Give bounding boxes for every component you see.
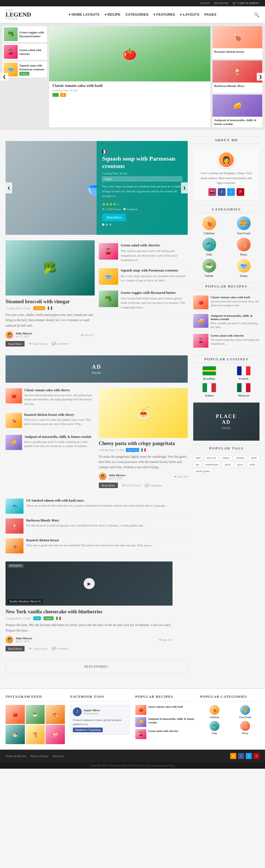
play-button[interactable]: ▶ <box>84 578 95 589</box>
category-fastfood[interactable]: 🍔 Fast Food <box>228 216 260 235</box>
search-icon[interactable]: 🔍 <box>254 12 260 18</box>
category-salads[interactable]: 🥗 Salads <box>193 259 225 277</box>
footer-tw-icon[interactable]: t <box>246 753 252 759</box>
nav-pages[interactable]: PAGES <box>204 13 216 17</box>
facebook-icon[interactable]: f <box>218 188 226 196</box>
footer-recipe-3[interactable]: 🍒 Green salad with cherries <box>135 729 195 739</box>
nav-home-layouts[interactable]: ▾ HOME LAYOUTS <box>69 13 100 17</box>
carousel-tall-card-1[interactable]: 🍗 Roasted chicken breast <box>212 26 262 59</box>
side-article-3[interactable]: 🥦 Green veggies with flavoured butter Th… <box>99 288 188 313</box>
category-chicken[interactable]: 🍗 Chichen <box>193 216 225 235</box>
small-article-3[interactable]: 🧀 Antipasti of mozzarella, chilli, & lem… <box>5 435 95 450</box>
video-read-more[interactable]: Read More <box>5 646 25 651</box>
cart-status[interactable]: 🛒 CART IS EMPTY <box>232 1 260 5</box>
cheesy-read-more[interactable]: Read More <box>99 483 118 488</box>
footer-pt-icon[interactable]: P <box>254 753 260 759</box>
carousel-tall-card-3[interactable]: 🧀 Antipasti of mozzarella, chilli, & lem… <box>212 95 262 127</box>
main-article-read-more[interactable]: Read More <box>5 341 25 346</box>
footer-privacy[interactable]: Privacy Policy <box>30 754 48 757</box>
twitter-icon[interactable]: t <box>227 188 235 196</box>
tag-quick[interactable]: quick <box>222 462 233 467</box>
popular-recipe-2[interactable]: 🧀 Antipasti of mozzarella, chilli, & lem… <box>193 312 260 332</box>
cheesy-comment[interactable]: 💬 Comment <box>145 484 161 487</box>
insta-item-6[interactable]: 🍰 <box>46 725 65 744</box>
category-soups[interactable]: 🥣 Soups <box>228 259 260 277</box>
tag-bar[interactable]: bar <box>193 462 202 467</box>
tag-cheese[interactable]: cheese <box>220 455 232 461</box>
ad-main-text: AD <box>11 364 182 370</box>
footer-cat-grid: 🍗 Chicken 🍔 Fast Food 🐟 Fish 🍕 Pizza <box>200 705 260 735</box>
carousel-tall-card-2[interactable]: 🍹 Barbecoa Bloody Mary <box>212 60 262 93</box>
insta-item-2[interactable]: 🥗 <box>26 705 45 724</box>
popular-recipe-3[interactable]: 🍒 Green salad with cherries This salad r… <box>193 332 260 350</box>
footer-terms[interactable]: Terms of Service <box>5 754 26 757</box>
carousel-next-button[interactable]: ❯ <box>257 73 264 81</box>
right-article-1[interactable]: 🐟 GF Smoked salmon rolls with basil sauc… <box>5 496 188 516</box>
cheesy-like-button[interactable]: ♥ Like 319 <box>174 475 188 478</box>
footer-rss-icon[interactable]: R <box>230 753 236 759</box>
tag-broccoli[interactable]: broccoli <box>204 455 218 461</box>
popular-recipe-1[interactable]: 🍅 Classic tomato salsa with basil An old… <box>193 293 260 312</box>
right-article-3[interactable]: 🍗 Roasted chicken breast Why save a good… <box>5 536 188 556</box>
tag-spicy[interactable]: spicy <box>235 462 246 467</box>
footer-about[interactable]: About Us <box>52 754 64 757</box>
like-button[interactable]: ♥ Like 277 <box>81 333 95 337</box>
footer-recipe-2[interactable]: 🧀 Antipasti of mozzarella, chilli, & lem… <box>135 717 195 727</box>
right-article-2[interactable]: 🍹 Barbecoa Bloody Mary Fry the bacon in … <box>5 516 188 536</box>
tag-sushi[interactable]: sushi <box>247 462 258 467</box>
nav-recipe[interactable]: ▾ RECIPE <box>105 13 121 17</box>
carousel-small-card-1[interactable]: 🥦 Green veggies with flavoured butter <box>3 26 47 42</box>
tag-mushrooms[interactable]: mushrooms <box>203 462 221 467</box>
carousel-small-card-3[interactable]: 🥣 Squash soup with Parmesan croutons Sal… <box>3 62 47 78</box>
category-fish[interactable]: 🐟 Fish <box>193 238 225 256</box>
nav-categories[interactable]: CATEGORIES <box>126 13 148 17</box>
next-entries-button[interactable]: NEXT ENTRIES › <box>5 660 188 673</box>
cuisine-flag-french <box>237 366 251 375</box>
carousel-prev-button[interactable]: ❮ <box>1 73 8 81</box>
nav-features[interactable]: ▾ FEATURES <box>153 13 175 17</box>
featured-read-more-button[interactable]: Read More <box>102 214 126 221</box>
footer-cat-fish[interactable]: 🐟 Fish <box>200 721 229 735</box>
footer-recipe-title-3: Green salad with cherries <box>148 729 178 739</box>
login-link[interactable]: LOGIN <box>200 1 209 5</box>
cuisine-brazilian[interactable]: Brazilian <box>193 366 225 380</box>
category-pizza[interactable]: 🍕 Pizza <box>228 238 260 256</box>
logo[interactable]: THE LEGEND THEME <box>5 9 31 20</box>
footer-recipe-1[interactable]: 🍅 classic tomato salsa with basil <box>135 705 195 715</box>
video-like-button[interactable]: ♥ Like 119 <box>159 638 173 642</box>
footer-fb-icon[interactable]: f <box>238 753 244 759</box>
featured-dot-1[interactable] <box>102 223 104 226</box>
video-comment[interactable]: 💬 Comment <box>52 647 68 650</box>
register-link[interactable]: REGISTER <box>214 1 229 5</box>
tag-beef[interactable]: beef <box>193 455 203 461</box>
instagram-icon[interactable]: 📷 <box>208 188 216 196</box>
tag-chicken[interactable]: chicken <box>234 455 247 461</box>
pinterest-icon[interactable]: P <box>237 188 244 196</box>
featured-next-button[interactable]: ❯ <box>181 182 188 193</box>
cuisine-italian[interactable]: Italian <box>193 383 225 397</box>
tag-mints[interactable]: mints <box>248 455 260 461</box>
footer-cat-chicken[interactable]: 🍗 Chicken <box>200 705 229 719</box>
insta-item-1[interactable]: 🍅 <box>5 705 25 724</box>
insta-item-3[interactable]: 🍖 <box>46 705 65 724</box>
main-article-comment[interactable]: 💬 Comment <box>52 342 68 345</box>
carousel-small-card-2[interactable]: 🍒 Green salad with cherries <box>3 44 47 60</box>
side-article-1[interactable]: 🍒 Green salad with cherries This salad r… <box>99 240 188 266</box>
small-article-1[interactable]: 🍅 Classic tomato salsa with cherry An ol… <box>5 388 95 409</box>
featured-dot-2[interactable] <box>106 223 108 226</box>
insta-item-5[interactable]: 🥞 <box>26 725 45 744</box>
cuisine-mexican[interactable]: Mexican <box>228 383 260 397</box>
tag-whole-grains[interactable]: whole grains <box>193 468 212 474</box>
featured-prev-button[interactable]: ❮ <box>5 182 12 193</box>
footer-cat-pizza[interactable]: 🍕 Pizza <box>231 721 260 735</box>
right-article-body-1: GF Smoked salmon rolls with basil sauce … <box>26 499 168 514</box>
nav-layouts[interactable]: ▾ LAYOUTS <box>180 13 199 17</box>
footer-cat-fastfood[interactable]: 🍔 Fast Food <box>231 705 260 719</box>
sidebar-categories: CATEGORIES 🍗 Chichen 🍔 Fast Food 🐟 Fish … <box>193 206 260 277</box>
small-article-2[interactable]: 🍗 Roasted chicken breast with cherry Why… <box>5 413 95 432</box>
cuisine-french[interactable]: French <box>228 366 260 380</box>
side-article-2[interactable]: 🥣 Squash soup with Parmesan croutons Put… <box>99 266 188 288</box>
insta-item-4[interactable]: 🍜 <box>5 725 25 744</box>
fb-like-button[interactable]: Нравится Страница <box>73 727 103 732</box>
featured-dot-3[interactable] <box>109 223 112 226</box>
